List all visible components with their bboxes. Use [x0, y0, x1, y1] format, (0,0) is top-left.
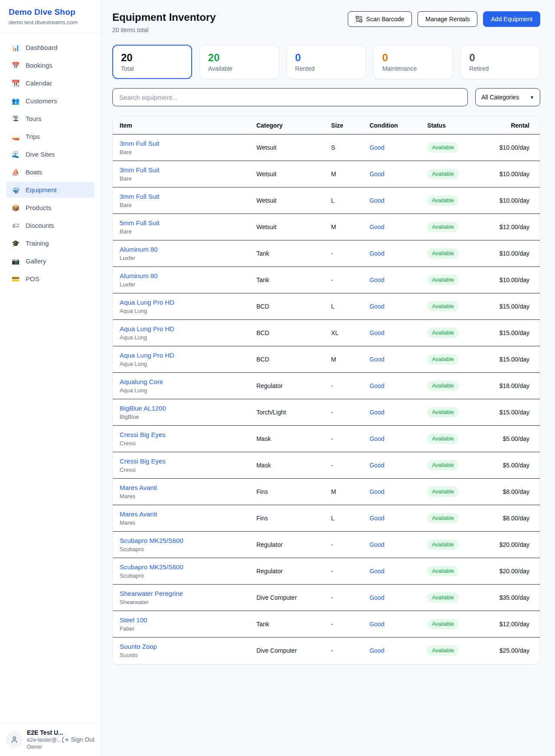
stat-card[interactable]: 0 Maintenance — [373, 45, 453, 79]
main-content: Equipment Inventory 20 items total Scan … — [101, 0, 555, 690]
add-equipment-button[interactable]: Add Equipment — [483, 11, 540, 27]
sidebar: Demo Dive Shop demo.test.divestreams.com… — [0, 0, 101, 756]
sidebar-item[interactable]: 💳 POS — [6, 271, 95, 287]
sidebar-item[interactable]: 🏷 Discounts — [6, 217, 95, 233]
item-name-link[interactable]: Suunto Zoop — [120, 643, 242, 650]
sidebar-item[interactable]: 🤿 Equipment — [6, 182, 95, 198]
condition-link[interactable]: Good — [369, 541, 384, 548]
condition-link[interactable]: Good — [369, 224, 384, 230]
sidebar-item-icon: 🚤 — [11, 133, 20, 140]
status-badge: Available — [427, 619, 459, 629]
condition-link[interactable]: Good — [369, 356, 384, 363]
page-title-block: Equipment Inventory 20 items total — [112, 11, 216, 33]
item-size: - — [324, 399, 363, 426]
search-input[interactable] — [112, 88, 468, 106]
table-row: Aqualung Core Aqua Lung Regulator - Good… — [113, 373, 540, 399]
sidebar-item[interactable]: 📦 Products — [6, 200, 95, 216]
item-name-link[interactable]: Steel 100 — [120, 616, 242, 624]
stat-label: Retired — [469, 65, 532, 72]
status-badge: Available — [427, 328, 459, 338]
item-brand: Bare — [120, 228, 242, 235]
sidebar-item[interactable]: ⛵ Boats — [6, 164, 95, 180]
sidebar-item-icon: 👥 — [11, 98, 20, 104]
condition-link[interactable]: Good — [369, 303, 384, 310]
sidebar-item[interactable]: 🌊 Dive Sites — [6, 146, 95, 162]
sidebar-item[interactable]: 🚤 Trips — [6, 128, 95, 145]
condition-link[interactable]: Good — [369, 594, 384, 601]
table-row: 3mm Full Suit Bare Wetsuit M Good Availa… — [113, 161, 540, 187]
sidebar-item[interactable]: 👥 Customers — [6, 93, 95, 109]
condition-link[interactable]: Good — [369, 197, 384, 204]
sign-out-button[interactable]: Sign Out — [61, 736, 95, 743]
item-name-link[interactable]: Mares Avanti — [120, 510, 242, 518]
status-badge: Available — [427, 460, 459, 470]
item-name-link[interactable]: Aqua Lung Pro HD — [120, 299, 242, 306]
item-name-link[interactable]: Aluminum 80 — [120, 272, 242, 279]
condition-link[interactable]: Good — [369, 171, 384, 177]
item-name-link[interactable]: Cressi Big Eyes — [120, 431, 242, 438]
item-name-link[interactable]: Aqua Lung Pro HD — [120, 325, 242, 332]
item-brand: Scubapro — [120, 572, 242, 579]
brand-title[interactable]: Demo Dive Shop — [9, 7, 92, 17]
manage-rentals-button[interactable]: Manage Rentals — [418, 11, 477, 27]
item-brand: Aqua Lung — [120, 308, 242, 314]
item-name-link[interactable]: 3mm Full Suit — [120, 166, 242, 174]
item-size: - — [324, 638, 363, 664]
sidebar-item-icon: 🏝 — [11, 115, 20, 122]
sidebar-item-label: Bookings — [26, 62, 52, 69]
stat-cards: 20 Total 20 Available 0 Rented 0 Mainten… — [112, 45, 540, 79]
stat-card[interactable]: 0 Rented — [287, 45, 366, 79]
item-name-link[interactable]: 3mm Full Suit — [120, 140, 242, 147]
sidebar-item[interactable]: 📊 Dashboard — [6, 39, 95, 56]
condition-link[interactable]: Good — [369, 647, 384, 654]
sidebar-item[interactable]: 📅 Bookings — [6, 57, 95, 73]
condition-link[interactable]: Good — [369, 144, 384, 151]
condition-link[interactable]: Good — [369, 382, 384, 389]
condition-link[interactable]: Good — [369, 250, 384, 257]
item-category: BCD — [249, 293, 324, 320]
item-category: Wetsuit — [249, 161, 324, 187]
item-name-link[interactable]: 3mm Full Suit — [120, 193, 242, 200]
condition-link[interactable]: Good — [369, 515, 384, 522]
stat-value: 0 — [295, 52, 358, 64]
status-badge: Available — [427, 407, 459, 417]
stat-card[interactable]: 20 Available — [199, 45, 279, 79]
scan-barcode-button[interactable]: Scan Barcode — [348, 11, 412, 27]
condition-link[interactable]: Good — [369, 621, 384, 628]
item-name-link[interactable]: Shearwater Peregrine — [120, 590, 242, 597]
sidebar-item[interactable]: 📆 Calendar — [6, 75, 95, 91]
sidebar-item[interactable]: 📷 Gallery — [6, 253, 95, 269]
page-title: Equipment Inventory — [112, 11, 216, 23]
item-name-link[interactable]: Aqua Lung Pro HD — [120, 352, 242, 359]
item-name-link[interactable]: Aluminum 80 — [120, 246, 242, 253]
status-badge: Available — [427, 142, 459, 153]
logout-icon — [61, 736, 69, 743]
condition-link[interactable]: Good — [369, 462, 384, 469]
item-name-link[interactable]: BigBlue AL1200 — [120, 404, 242, 412]
item-name-link[interactable]: Mares Avanti — [120, 484, 242, 491]
condition-link[interactable]: Good — [369, 329, 384, 336]
rental-price: $15.00/day — [476, 346, 540, 373]
item-name-link[interactable]: Scubapro MK25/S600 — [120, 563, 242, 571]
condition-link[interactable]: Good — [369, 488, 384, 495]
sidebar-item[interactable]: 🎓 Training — [6, 235, 95, 251]
sidebar-item[interactable]: 🏝 Tours — [6, 111, 95, 127]
item-name-link[interactable]: Scubapro MK25/S600 — [120, 537, 242, 544]
stat-card[interactable]: 20 Total — [112, 45, 192, 79]
rental-price: $10.00/day — [476, 135, 540, 161]
item-name-link[interactable]: Cressi Big Eyes — [120, 457, 242, 465]
sidebar-item-icon: ⛵ — [11, 169, 20, 175]
item-name-link[interactable]: Aqualung Core — [120, 378, 242, 385]
item-brand: Aqua Lung — [120, 387, 242, 394]
rental-price: $12.00/day — [476, 611, 540, 638]
condition-link[interactable]: Good — [369, 435, 384, 442]
condition-link[interactable]: Good — [369, 276, 384, 283]
category-select[interactable]: All Categories ▼ — [475, 88, 540, 106]
rental-price: $10.00/day — [476, 187, 540, 214]
rental-price: $15.00/day — [476, 399, 540, 426]
condition-link[interactable]: Good — [369, 409, 384, 416]
condition-link[interactable]: Good — [369, 568, 384, 575]
item-name-link[interactable]: 5mm Full Suit — [120, 219, 242, 227]
stat-card[interactable]: 0 Retired — [460, 45, 540, 79]
status-badge: Available — [427, 592, 459, 603]
